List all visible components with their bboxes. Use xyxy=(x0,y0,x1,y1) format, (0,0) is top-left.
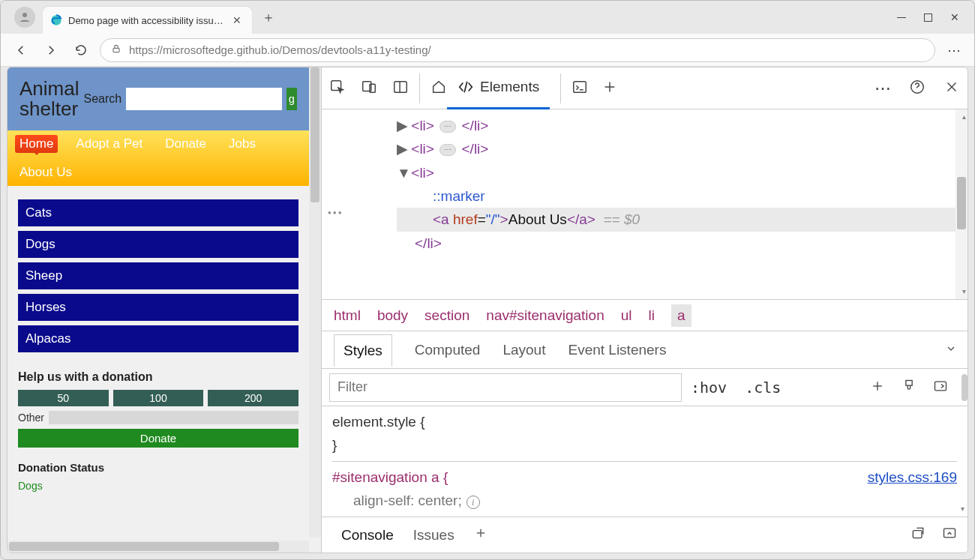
search-input[interactable] xyxy=(126,88,282,110)
page-vertical-scrollbar[interactable] xyxy=(309,67,321,538)
console-quick-icon[interactable] xyxy=(572,79,588,98)
tab-elements-label: Elements xyxy=(480,79,539,95)
page-viewport: Animal shelter Search g Home Adopt a Pet… xyxy=(8,67,321,553)
welcome-tab-icon[interactable] xyxy=(430,79,447,98)
paint-brush-icon[interactable] xyxy=(902,379,916,397)
window-maximize-icon[interactable] xyxy=(924,13,932,22)
site-nav: Home Adopt a Pet Donate Jobs About Us xyxy=(8,130,309,186)
devtools-close-icon[interactable] xyxy=(944,79,960,98)
window-minimize-icon[interactable] xyxy=(897,17,906,18)
drawer-popout-icon[interactable] xyxy=(910,526,926,544)
search-label: Search xyxy=(83,92,122,106)
svg-rect-8 xyxy=(574,81,586,92)
drawer-add-tab-icon[interactable] xyxy=(474,526,488,544)
url-field[interactable]: https://microsoftedge.github.io/Demos/de… xyxy=(100,38,935,62)
tab-elements[interactable]: Elements xyxy=(447,67,550,109)
tab-strip: Demo page with accessibility issu… ✕ ＋ ✕ xyxy=(1,1,974,34)
other-amount-input[interactable] xyxy=(49,411,298,424)
stylesheet-link[interactable]: styles.css:169 xyxy=(868,466,957,489)
url-text: https://microsoftedge.github.io/Demos/de… xyxy=(129,43,431,56)
nav-adopt[interactable]: Adopt a Pet xyxy=(71,135,147,153)
inspect-element-icon[interactable] xyxy=(329,79,346,98)
subtab-event-listeners[interactable]: Event Listeners xyxy=(568,342,666,358)
subtab-more-icon[interactable] xyxy=(945,342,957,358)
browser-tab[interactable]: Demo page with accessibility issu… ✕ xyxy=(43,7,252,34)
donation-status-item: Dogs xyxy=(18,480,298,492)
nav-jobs[interactable]: Jobs xyxy=(224,135,260,153)
page-header: Animal shelter Search g xyxy=(8,67,309,130)
styles-filter-input[interactable] xyxy=(329,373,682,402)
nav-home[interactable]: Home xyxy=(15,135,58,153)
dom-tree[interactable]: ▶ <li> ⋯ </li> ▶ <li> ⋯ </li> ▼ <li> ::m… xyxy=(322,109,968,299)
styles-subtabs: Styles Computed Layout Event Listeners xyxy=(322,331,968,368)
svg-rect-20 xyxy=(913,531,922,538)
category-item[interactable]: Cats xyxy=(18,199,298,226)
other-label: Other xyxy=(18,412,44,424)
device-emulation-icon[interactable] xyxy=(361,79,377,98)
tab-close-icon[interactable]: ✕ xyxy=(230,13,244,28)
address-bar: https://microsoftedge.github.io/Demos/de… xyxy=(1,34,974,67)
cls-toggle[interactable]: .cls xyxy=(736,379,790,397)
profile-avatar[interactable] xyxy=(14,7,35,28)
svg-rect-2 xyxy=(113,48,119,52)
svg-rect-6 xyxy=(394,81,407,92)
hov-toggle[interactable]: :hov xyxy=(682,379,736,397)
dock-side-icon[interactable] xyxy=(392,79,409,98)
site-title: Animal shelter xyxy=(20,79,79,120)
edge-favicon xyxy=(50,14,62,26)
dom-selected-element[interactable]: <a href="/">About Us</a> == $0 xyxy=(397,208,968,231)
info-icon[interactable]: i xyxy=(466,496,480,509)
svg-rect-16 xyxy=(906,380,912,385)
back-button[interactable] xyxy=(10,39,32,61)
subtab-layout[interactable]: Layout xyxy=(502,342,545,358)
category-item[interactable]: Dogs xyxy=(18,231,298,258)
donation-amount[interactable]: 50 xyxy=(18,390,109,406)
dom-scrollbar[interactable]: ▴ ▾ xyxy=(956,109,968,299)
subtab-styles[interactable]: Styles xyxy=(334,334,392,367)
subtab-computed[interactable]: Computed xyxy=(415,342,481,358)
window-controls: ✕ xyxy=(897,1,974,34)
donation-status-heading: Donation Status xyxy=(18,461,298,474)
donation-amount[interactable]: 100 xyxy=(113,390,204,406)
devtools-more-icon[interactable]: ⋯ xyxy=(874,79,891,98)
drawer-tab-console[interactable]: Console xyxy=(341,527,394,544)
refresh-button[interactable] xyxy=(70,39,92,61)
window-close-icon[interactable]: ✕ xyxy=(950,11,959,23)
donation-amount-row: 50 100 200 xyxy=(18,390,298,406)
devtools-drawer: Console Issues xyxy=(322,517,968,553)
forward-button[interactable] xyxy=(40,39,62,61)
donation-heading: Help us with a donation xyxy=(18,370,298,384)
search-go-button[interactable]: g xyxy=(286,88,297,110)
dom-breadcrumb[interactable]: html body section nav#sitenavigation ul … xyxy=(322,299,968,331)
lock-icon xyxy=(111,43,122,56)
nav-donate[interactable]: Donate xyxy=(160,135,211,153)
svg-point-0 xyxy=(22,13,27,17)
tab-title: Demo page with accessibility issu… xyxy=(68,15,224,26)
category-list: Cats Dogs Sheep Horses Alpacas xyxy=(18,199,298,352)
category-item[interactable]: Horses xyxy=(18,294,298,321)
drawer-collapse-icon[interactable] xyxy=(942,526,957,544)
devtools-panel: Elements ⋯ ▶ <li> ⋯ </li> ▶ <li> ⋯ </li>… xyxy=(321,67,968,553)
browser-more-icon[interactable]: ⋯ xyxy=(943,42,965,58)
computed-toggle-icon[interactable] xyxy=(933,379,948,397)
category-item[interactable]: Alpacas xyxy=(18,325,298,352)
new-style-rule-icon[interactable] xyxy=(870,379,885,397)
donate-button[interactable]: Donate xyxy=(18,429,298,448)
help-icon[interactable] xyxy=(909,79,926,98)
category-item[interactable]: Sheep xyxy=(18,262,298,289)
donation-amount[interactable]: 200 xyxy=(208,390,298,406)
new-tab-button[interactable]: ＋ xyxy=(256,5,280,29)
devtools-toolbar: Elements ⋯ xyxy=(322,67,968,109)
page-horizontal-scrollbar[interactable] xyxy=(8,541,309,553)
style-rules-pane[interactable]: element.style { } #sitenavigation a { st… xyxy=(322,406,968,517)
styles-mini-scrollbar[interactable] xyxy=(962,374,968,401)
styles-toolbar: :hov .cls xyxy=(322,368,968,406)
drawer-tab-issues[interactable]: Issues xyxy=(413,527,454,544)
nav-about[interactable]: About Us xyxy=(15,163,76,181)
add-tab-icon[interactable] xyxy=(602,79,618,98)
